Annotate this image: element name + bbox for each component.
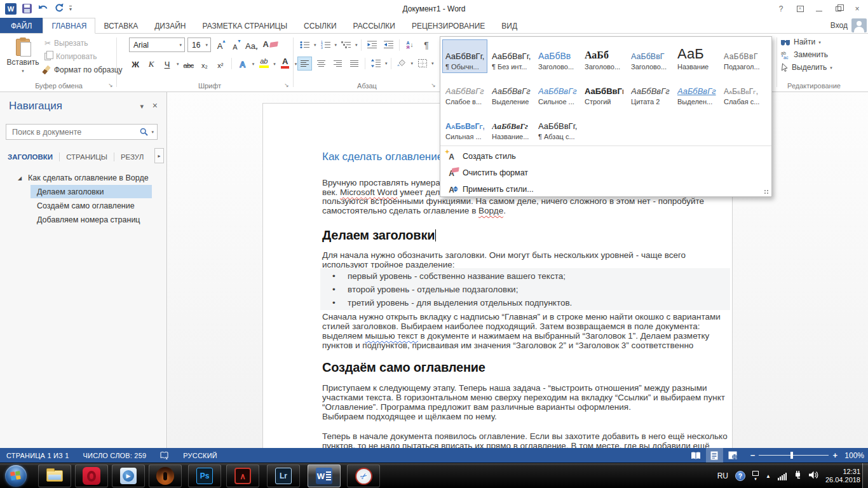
chevron-down-icon[interactable]: ▾ <box>411 61 414 65</box>
print-layout-button[interactable] <box>706 448 723 463</box>
nav-heading-item[interactable]: Добавляем номера страниц <box>0 213 167 227</box>
proofing-status-icon[interactable] <box>160 451 169 459</box>
chevron-down-icon[interactable]: ▾ <box>273 62 276 66</box>
chevron-down-icon[interactable]: ▾ <box>252 62 255 66</box>
style-cell-title[interactable]: АаБНазвание <box>674 39 719 73</box>
style-cell-intense-reference[interactable]: АаБбВвГг,Сильная ... <box>442 109 487 143</box>
font-color-button[interactable]: А <box>279 57 292 71</box>
tab-review[interactable]: РЕЦЕНЗИРОВАНИЕ <box>403 18 493 33</box>
navigation-close-button[interactable]: × <box>153 100 158 111</box>
zoom-track[interactable] <box>759 455 829 456</box>
style-cell-subtle-reference[interactable]: АаБбВвГг,Слабая с... <box>721 74 766 108</box>
style-cell-list-paragraph[interactable]: АаБбВвГг,¶ Абзац с... <box>535 109 580 143</box>
find-button[interactable]: Найти ▾ <box>780 37 832 46</box>
navigation-options-button[interactable]: ▾ <box>140 102 144 111</box>
tab-references[interactable]: ССЫЛКИ <box>295 18 344 33</box>
show-marks-button[interactable]: ¶ <box>419 38 434 52</box>
show-hidden-icons-button[interactable]: ▲ <box>766 473 771 479</box>
taskbar-photoshop-button[interactable]: Ps <box>188 464 221 487</box>
word-count[interactable]: ЧИСЛО СЛОВ: 259 <box>83 452 147 459</box>
subscript-button[interactable]: x₂ <box>198 57 211 71</box>
chevron-down-icon[interactable]: ▾ <box>335 43 337 47</box>
chevron-down-icon[interactable]: ▾ <box>177 62 179 66</box>
nav-tab-results[interactable]: РЕЗУЛ <box>114 151 150 163</box>
paste-button[interactable]: Вставить ▾ <box>6 37 39 84</box>
tab-mailings[interactable]: РАССЫЛКИ <box>345 18 403 33</box>
italic-button[interactable]: К <box>145 57 158 71</box>
taskbar-voice-app-button[interactable] <box>149 464 182 487</box>
style-cell-no-spacing[interactable]: АаБбВвГг,¶ Без инт... <box>489 39 534 73</box>
shrink-font-button[interactable]: А ▼ <box>229 38 241 52</box>
chevron-down-icon[interactable]: ▾ <box>295 62 297 66</box>
shading-button[interactable] <box>395 57 409 71</box>
tray-help-icon[interactable]: ? <box>735 471 745 481</box>
clear-formatting-item[interactable]: А Очистить формат <box>440 165 771 181</box>
strikethrough-button[interactable]: abc <box>182 57 195 71</box>
taskbar-word-button[interactable]: W <box>308 464 341 487</box>
zoom-slider[interactable]: − + <box>750 452 837 459</box>
tab-home[interactable]: ГЛАВНАЯ <box>43 18 95 34</box>
paragraph-dialog-launcher[interactable]: ↘ <box>430 81 437 89</box>
taskbar-acrobat-button[interactable]: ∧ <box>226 464 259 487</box>
sign-in-link[interactable]: Вход <box>831 21 848 30</box>
clipboard-dialog-launcher[interactable]: ↘ <box>107 81 114 89</box>
zoom-out-button[interactable]: − <box>750 452 756 459</box>
copy-button[interactable]: Копировать <box>44 52 123 61</box>
multilevel-list-button[interactable] <box>339 38 353 52</box>
nav-heading-item[interactable]: Делаем заголовки <box>0 185 167 199</box>
tray-window-icon[interactable]: ▾ <box>752 471 759 481</box>
style-cell-subtitle[interactable]: АаБбВвГПодзагол... <box>721 39 766 73</box>
taskbar-snipping-tool-button[interactable]: ✂ <box>347 464 380 487</box>
tab-file[interactable]: ФАЙЛ <box>0 18 43 33</box>
page-indicator[interactable]: СТРАНИЦА 1 ИЗ 1 <box>6 452 69 459</box>
popup-resize-grip[interactable] <box>764 189 770 195</box>
language-switcher[interactable]: RU <box>717 471 728 480</box>
style-cell-strong[interactable]: АаБбВвГг,Строгий <box>581 74 627 108</box>
nav-heading-item[interactable]: Создаём само оглавление <box>0 199 167 213</box>
select-button[interactable]: Выделить ▾ <box>780 63 832 72</box>
apply-styles-item[interactable]: А Применить стили... <box>440 181 771 198</box>
close-button[interactable]: × <box>849 2 865 16</box>
style-cell-heading1[interactable]: АаБбВвЗаголово... <box>535 39 580 73</box>
collapse-twisty-icon[interactable]: ◢ <box>18 175 22 181</box>
style-cell-intense-quote[interactable]: АаБбВвГгВыделен... <box>674 74 719 108</box>
chevron-down-icon[interactable]: ▾ <box>431 61 434 65</box>
taskbar-lightroom-button[interactable]: Lr <box>267 464 300 487</box>
nav-heading-item[interactable]: ◢ Как сделать оглавление в Ворде <box>0 171 167 185</box>
text-effects-button[interactable]: А <box>236 57 249 71</box>
web-layout-button[interactable] <box>724 448 742 463</box>
tab-design[interactable]: ДИЗАЙН <box>146 18 194 33</box>
restore-button[interactable] <box>830 2 846 16</box>
style-cell-emphasis[interactable]: АаБбВвГгВыделение <box>489 74 534 108</box>
align-center-button[interactable] <box>314 57 329 71</box>
align-left-button[interactable] <box>297 57 312 71</box>
style-cell-subtle-emphasis[interactable]: АаБбВвГгСлабое в... <box>442 74 487 108</box>
search-icon[interactable] <box>140 128 148 136</box>
borders-button[interactable] <box>415 57 430 71</box>
sort-button[interactable]: АЯ ↓ <box>403 38 417 52</box>
avatar[interactable] <box>851 18 867 32</box>
read-mode-button[interactable] <box>688 448 705 463</box>
zoom-in-button[interactable]: + <box>832 452 837 459</box>
font-name-combo[interactable]: Arial ▾ <box>129 37 185 52</box>
superscript-button[interactable]: x² <box>214 57 227 71</box>
tab-view[interactable]: ВИД <box>493 18 526 33</box>
cut-button[interactable]: ✂ Вырезать <box>44 39 123 48</box>
line-spacing-button[interactable] <box>369 57 383 71</box>
chevron-down-icon[interactable]: ▾ <box>314 43 316 47</box>
tab-page-layout[interactable]: РАЗМЕТКА СТРАНИЦЫ <box>194 18 296 33</box>
font-dialog-launcher[interactable]: ↘ <box>283 81 290 89</box>
help-button[interactable]: ? <box>773 2 789 16</box>
search-options-arrow[interactable]: ▾ <box>151 130 154 134</box>
start-button[interactable] <box>5 465 27 487</box>
replace-button[interactable]: abac Заменить <box>780 50 832 59</box>
style-cell-heading3[interactable]: АаБбВвГЗаголово... <box>628 39 673 73</box>
search-input[interactable] <box>11 127 137 137</box>
bullets-button[interactable] <box>297 38 312 52</box>
create-style-item[interactable]: А Создать стиль <box>440 148 771 165</box>
power-plug-icon[interactable] <box>794 470 802 482</box>
taskbar-explorer-button[interactable] <box>38 464 71 487</box>
style-cell-book-title[interactable]: АаБбВвГгНазвание... <box>489 109 534 143</box>
tab-insert[interactable]: ВСТАВКА <box>95 18 146 33</box>
bold-button[interactable]: Ж <box>129 57 142 71</box>
